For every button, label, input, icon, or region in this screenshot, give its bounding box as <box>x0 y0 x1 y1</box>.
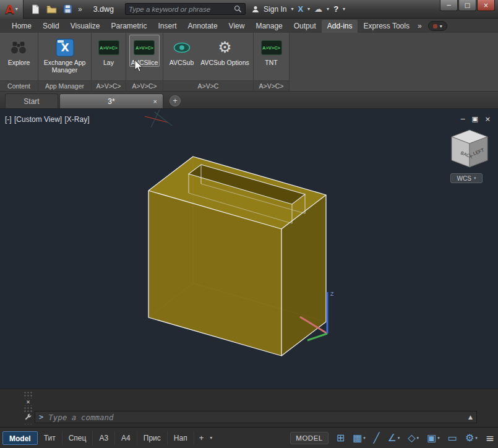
ribbon-tab-annotate[interactable]: Annotate <box>182 20 223 33</box>
document-tab-label: 3* <box>108 97 114 106</box>
help-caret-icon[interactable]: ▾ <box>343 6 345 12</box>
explore-button[interactable]: Explore <box>6 35 32 67</box>
explore-label: Explore <box>8 59 30 66</box>
workspace-icon[interactable]: ⚙ ▾ <box>465 432 478 444</box>
ribbon-tab-insert[interactable]: Insert <box>153 20 182 33</box>
close-command-icon[interactable]: × <box>24 398 33 405</box>
ribbon-tab-home[interactable]: Home <box>6 20 37 33</box>
ortho-icon[interactable]: ╱ <box>374 432 380 444</box>
command-input-placeholder[interactable]: Type a command <box>48 413 468 422</box>
minimize-button[interactable]: ─ <box>440 0 458 11</box>
exchange-caret-icon[interactable]: ▾ <box>307 6 310 12</box>
drawing-canvas[interactable]: Z <box>0 109 498 389</box>
layout-tab-tit[interactable]: Тит <box>38 431 62 445</box>
ribbon-tab-add-ins[interactable]: Add-ins <box>322 20 358 33</box>
open-file-button[interactable] <box>45 2 58 16</box>
sign-in-caret-icon[interactable]: ▾ <box>291 6 293 12</box>
a360-cloud-icon[interactable]: ☁ <box>314 4 322 14</box>
model-space-button[interactable]: MODEL <box>290 432 328 444</box>
file-tab-start[interactable]: Start <box>5 93 58 108</box>
layout-tab-pris[interactable]: Прис <box>137 431 168 445</box>
viewport-minimize-icon[interactable]: ─ <box>461 115 465 123</box>
osnap-caret-icon[interactable]: ▾ <box>437 436 440 441</box>
wcs-label: WCS <box>457 175 471 182</box>
viewport-restore-icon[interactable]: ▣ <box>471 115 478 123</box>
grid-icon[interactable]: ⊞ <box>337 432 345 444</box>
window-controls: ─ □ × <box>440 0 495 11</box>
viewport-window-controls: ─ ▣ × <box>461 115 491 123</box>
lay-button[interactable]: A>V>C> Lay <box>97 35 121 67</box>
layout-tab-nap[interactable]: Нап <box>168 431 194 445</box>
drawing-viewport[interactable]: [-] [Custom View] [X-Ray] ─ ▣ × <box>0 109 498 389</box>
ribbon-tab-parametric[interactable]: Parametric <box>106 20 153 33</box>
tnt-button[interactable]: A>V>C> TNT <box>259 35 284 67</box>
maximize-button[interactable]: □ <box>458 0 476 11</box>
snap-caret-icon[interactable]: ▾ <box>363 436 366 441</box>
ribbon-tab-view[interactable]: View <box>223 20 251 33</box>
3d-solid[interactable] <box>148 157 326 356</box>
panel-avc-tnt: A>V>C> TNT A>V>C> <box>254 33 290 91</box>
exchange-apps-icon[interactable]: X <box>298 4 303 14</box>
file-tab-document[interactable]: 3* × <box>59 93 163 108</box>
close-button[interactable]: × <box>477 0 495 11</box>
ribbon-tab-manage[interactable]: Manage <box>250 20 288 33</box>
layout-tab-model[interactable]: Model <box>2 431 38 445</box>
cloud-caret-icon[interactable]: ▾ <box>327 6 329 12</box>
annotation-icon[interactable]: ▭ <box>448 432 457 444</box>
viewport-menu-control[interactable]: [-] <box>5 115 12 124</box>
ribbon-panels: Explore Content X Exchange App Manager A… <box>0 33 498 92</box>
search-input[interactable] <box>129 6 234 13</box>
wcs-dropdown[interactable]: WCS ▾ <box>450 173 483 183</box>
snap-icon[interactable]: ▦ ▾ <box>353 432 366 444</box>
layout-tab-a3[interactable]: А3 <box>93 431 115 445</box>
polar-tracking-icon[interactable]: ∠ ▾ <box>387 432 400 444</box>
ribbon-tab-solid[interactable]: Solid <box>37 20 65 33</box>
polar-caret-icon[interactable]: ▾ <box>398 436 400 441</box>
panel-label-avc-sub[interactable]: A>V>C <box>163 80 253 91</box>
isodraft-icon[interactable]: ◇ ▾ <box>408 432 419 444</box>
ribbon-tab-output[interactable]: Output <box>288 20 322 33</box>
customize-command-icon[interactable] <box>24 412 33 424</box>
status-toggles: MODEL ⊞ ▦ ▾ ╱ ∠ ▾ ◇ ▾ ▣ ▾ <box>290 432 494 444</box>
search-box[interactable] <box>125 3 246 15</box>
save-button[interactable] <box>61 2 74 16</box>
workspace-caret-icon[interactable]: ▾ <box>475 436 478 441</box>
ribbon-display-toggle[interactable]: ▾ <box>428 21 447 31</box>
search-icon[interactable] <box>234 5 242 13</box>
exchange-app-manager-button[interactable]: X Exchange App Manager <box>40 35 90 74</box>
ribbon-toggle-icon <box>433 24 437 28</box>
new-layout-button[interactable]: + <box>194 433 209 442</box>
panel-label-avc-lay[interactable]: A>V>C> <box>92 80 126 91</box>
application-menu-button[interactable]: A ▾ <box>0 0 24 19</box>
isodraft-caret-icon[interactable]: ▾ <box>417 436 419 441</box>
customization-menu-icon[interactable]: ≡ <box>486 432 494 444</box>
avcsub-button[interactable]: AVCSub <box>165 35 199 67</box>
panel-label-avc-slice[interactable]: A>V>C> <box>126 80 163 91</box>
command-input-row[interactable]: > Type a command ▲ <box>35 411 477 423</box>
layout-tab-spec[interactable]: Спец <box>62 431 93 445</box>
avcsub-options-button[interactable]: ⚙ AVCSub Options <box>199 35 252 67</box>
new-file-button[interactable] <box>28 2 42 16</box>
command-window[interactable]: × Automatic save to C:\Temp\3_1_1_2796.s… <box>0 389 498 427</box>
viewport-view-control[interactable]: [Custom View] <box>14 115 62 124</box>
sign-in-button[interactable]: Sign In <box>264 5 286 14</box>
ribbon-tabs-overflow-icon[interactable]: » <box>415 22 424 33</box>
layout-tab-a4[interactable]: А4 <box>115 431 137 445</box>
close-tab-icon[interactable]: × <box>153 98 157 105</box>
panel-label-content[interactable]: Content <box>0 80 38 91</box>
ribbon-tab-express-tools[interactable]: Express Tools <box>358 20 414 33</box>
help-button[interactable]: ? <box>333 4 338 14</box>
panel-label-app-manager[interactable]: App Manager <box>38 80 91 91</box>
titlebar: A ▾ » 3.dwg Sign In ▾ X ▾ ☁ <box>0 0 498 19</box>
new-tab-button[interactable]: + <box>170 95 181 106</box>
viewport-close-icon[interactable]: × <box>485 115 491 123</box>
qat-overflow-icon[interactable]: » <box>77 5 84 14</box>
panel-label-avc-tnt[interactable]: A>V>C> <box>254 80 289 91</box>
layout-overflow-icon[interactable]: ▾ <box>210 435 212 441</box>
command-scroll-up-icon[interactable]: ▲ <box>468 414 473 420</box>
status-bar: Model Тит Спец А3 А4 Прис Нап + ▾ MODEL … <box>0 427 498 448</box>
ribbon-tab-visualize[interactable]: Visualize <box>65 20 106 33</box>
viewcube[interactable]: BACK LEFT <box>449 129 490 173</box>
osnap-icon[interactable]: ▣ ▾ <box>427 432 440 444</box>
viewport-visual-style-control[interactable]: [X-Ray] <box>65 115 90 124</box>
